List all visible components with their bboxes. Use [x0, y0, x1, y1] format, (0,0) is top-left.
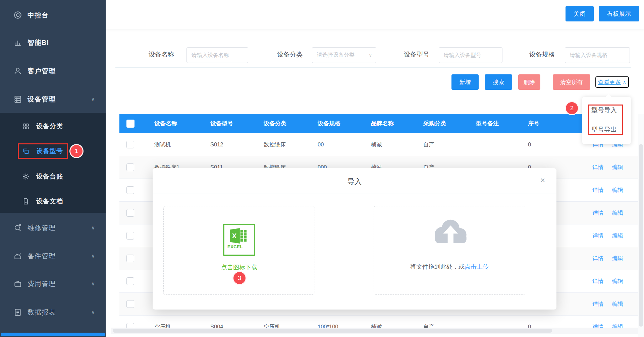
edit-link[interactable]: 编辑	[612, 270, 623, 292]
click-upload-link[interactable]: 点击上传	[465, 263, 489, 270]
add-button[interactable]: 新增	[451, 74, 479, 90]
detail-link[interactable]: 详情	[592, 270, 603, 292]
close-icon[interactable]: ×	[540, 176, 545, 184]
table-header: 设备名称 设备型号 设备分类 设备规格 品牌名称 采购分类 型号备注 序号	[119, 114, 585, 133]
spare-parts-icon	[13, 252, 22, 260]
chevron-down-icon: ∨	[91, 225, 95, 231]
menu-item-model-export[interactable]: 型号导出	[582, 121, 631, 138]
row-checkbox[interactable]	[126, 209, 134, 217]
sidebar-item-device-docs[interactable]: 设备文档	[0, 193, 106, 210]
bi-chart-icon	[13, 38, 22, 47]
sidebar-item-label: 设备型号	[36, 147, 63, 155]
sidebar-horizontal-scrollbar[interactable]	[1, 333, 105, 336]
edit-link[interactable]: 编辑	[612, 156, 623, 179]
sidebar-item-spare-parts[interactable]: 备件管理 ∨	[0, 247, 106, 265]
svg-text:X: X	[232, 232, 237, 240]
excel-template-icon[interactable]: X EXCEL	[223, 224, 255, 256]
detail-link[interactable]: 详情	[592, 179, 603, 201]
sidebar-item-label: 设备文档	[36, 197, 63, 206]
cell-device-model: S012	[210, 133, 223, 156]
row-checkbox[interactable]	[126, 186, 134, 194]
dialog-divider	[153, 194, 556, 194]
sidebar-item-reports[interactable]: 数据报表 ∨	[0, 303, 106, 322]
device-model-input[interactable]	[439, 47, 502, 63]
device-spec-input[interactable]	[565, 47, 630, 63]
cell-device-category: 空压机	[264, 316, 280, 337]
edit-link[interactable]: 编辑	[612, 179, 623, 201]
repair-icon	[13, 223, 22, 232]
upload-hint: 将文件拖到此处，或点击上传	[374, 263, 525, 271]
sidebar-item-repair[interactable]: 维修管理 ∨	[0, 218, 106, 237]
device-category-select[interactable]: 请选择设备分类 ∨	[312, 47, 376, 63]
sidebar-item-label: 备件管理	[28, 252, 56, 261]
table-row-actions: 详情编辑	[585, 202, 638, 224]
table-row-actions: 详情编辑	[585, 224, 638, 247]
row-checkbox[interactable]	[126, 141, 134, 148]
row-checkbox[interactable]	[126, 300, 134, 308]
table-row: 测试机S012数控铣床00桢诚自产0	[119, 133, 585, 156]
expense-icon	[13, 279, 22, 288]
sidebar-item-customers[interactable]: 客户管理	[0, 62, 106, 80]
vertical-scrollbar-thumb[interactable]	[639, 144, 643, 327]
detail-link[interactable]: 详情	[592, 247, 603, 270]
close-button[interactable]: 关闭	[566, 6, 594, 21]
sidebar-item-label: 费用管理	[28, 279, 56, 288]
edit-link[interactable]: 编辑	[612, 224, 623, 247]
chevron-up-icon: ∧	[623, 80, 626, 85]
clear-all-button[interactable]: 清空所有	[553, 74, 590, 90]
sidebar-item-device-ledger[interactable]: 设备台账	[0, 168, 106, 185]
select-all-checkbox[interactable]	[126, 120, 135, 128]
sidebar-item-expense[interactable]: 费用管理 ∨	[0, 274, 106, 293]
detail-link[interactable]: 详情	[592, 316, 603, 337]
row-checkbox[interactable]	[126, 255, 134, 262]
sidebar-item-label: 设备分类	[36, 122, 63, 131]
board-display-button[interactable]: 看板展示	[599, 6, 639, 21]
detail-link[interactable]: 详情	[592, 202, 603, 224]
row-checkbox[interactable]	[126, 163, 134, 171]
table-row-actions: 详情编辑	[585, 293, 638, 316]
annotation-badge-1: 1	[69, 144, 84, 158]
sidebar-item-console[interactable]: 中控台	[0, 6, 106, 24]
import-dialog: 导入 × X EXCEL 点击图标下载	[153, 168, 556, 310]
row-checkbox[interactable]	[126, 277, 134, 285]
edit-link[interactable]: 编辑	[612, 293, 623, 315]
horizontal-scrollbar-thumb[interactable]	[113, 329, 552, 333]
filter-label-device-name: 设备名称	[149, 50, 174, 60]
search-button[interactable]: 搜索	[485, 74, 512, 90]
detail-link[interactable]: 详情	[592, 224, 603, 247]
topbar	[106, 0, 644, 29]
cell-device-category: 数控铣床	[264, 133, 286, 156]
sidebar-item-bi[interactable]: 智能BI	[0, 33, 106, 52]
sidebar-item-label: 智能BI	[28, 38, 49, 47]
edit-link[interactable]: 编辑	[612, 247, 623, 270]
col-header-brand: 品牌名称	[371, 114, 394, 133]
sidebar-item-devices[interactable]: 设备管理 ∧	[0, 90, 106, 109]
device-name-input[interactable]	[186, 47, 248, 63]
detail-link[interactable]: 详情	[592, 293, 603, 315]
customers-icon	[13, 67, 22, 75]
excel-logo-icon: X	[229, 228, 249, 244]
col-header-model-remark: 型号备注	[476, 114, 499, 133]
menu-item-model-import[interactable]: 型号导入	[582, 102, 631, 119]
table-row-actions: 详情编辑	[585, 270, 638, 293]
delete-button[interactable]: 删除	[518, 74, 540, 90]
table-row: 空压机S004空压机100*100桢诚自产0	[119, 316, 585, 337]
horizontal-scrollbar[interactable]	[111, 328, 638, 334]
chevron-down-icon: ∨	[91, 309, 95, 315]
upload-dropzone[interactable]: 将文件拖到此处，或点击上传	[374, 206, 525, 295]
view-more-link[interactable]: 查看更多 ∧	[595, 76, 629, 88]
filter-divider	[115, 67, 631, 68]
edit-link[interactable]: 编辑	[612, 202, 623, 224]
chevron-down-icon: ∨	[91, 253, 95, 259]
page: 中控台 智能BI 客户管理 设备管理 ∧ 设备分类 设备型号 设备台账	[0, 0, 644, 337]
sidebar-item-device-category[interactable]: 设备分类	[0, 118, 106, 135]
edit-link[interactable]: 编辑	[612, 316, 623, 337]
row-checkbox[interactable]	[126, 232, 134, 240]
chevron-down-icon: ∨	[91, 281, 95, 287]
filter-label-device-model: 设备型号	[404, 50, 429, 60]
vertical-scrollbar[interactable]	[638, 114, 644, 337]
sidebar-item-device-model[interactable]: 设备型号	[0, 142, 106, 160]
download-hint[interactable]: 点击图标下载	[164, 263, 315, 271]
chevron-up-icon: ∧	[91, 96, 95, 102]
detail-link[interactable]: 详情	[592, 156, 603, 179]
